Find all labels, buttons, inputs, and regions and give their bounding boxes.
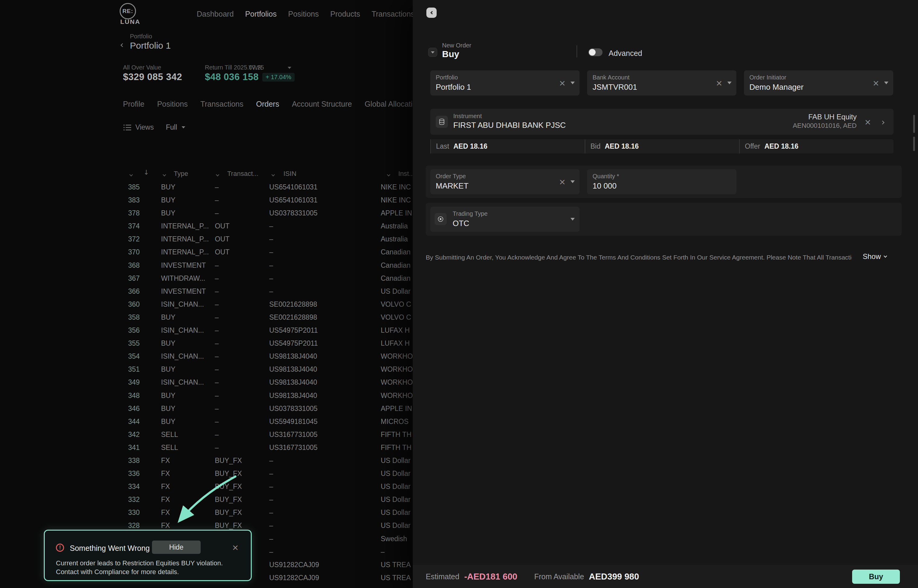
- order-row[interactable]: 338 FX BUY_FX – US Dollar: [123, 454, 413, 467]
- order-row[interactable]: 356 ISIN_CHAN... – US54975P2011 LUFAX H: [123, 324, 413, 337]
- order-transact-cell: –: [215, 337, 219, 350]
- scrollbar-thumb[interactable]: [913, 137, 915, 151]
- order-isin-cell: US91282CAJ09: [269, 558, 319, 571]
- order-row[interactable]: 366 INVESTMENT – – US Dollar: [123, 285, 413, 298]
- order-row[interactable]: 385 BUY – US6541061031 NIKE INC: [123, 181, 413, 194]
- views-dropdown-icon[interactable]: [182, 126, 185, 128]
- column-header-instrument[interactable]: Inst...: [398, 170, 413, 178]
- order-row[interactable]: 341 SELL – US3167731005 FIFTH TH: [123, 441, 413, 454]
- order-row[interactable]: 378 BUY – US0378331005 APPLE IN: [123, 207, 413, 220]
- column-menu-icon[interactable]: [272, 170, 275, 178]
- order-isin-cell: –: [269, 493, 273, 506]
- order-row[interactable]: 372 INTERNAL_P... OUT – Australia: [123, 233, 413, 246]
- order-type-cell: ISIN_CHAN...: [161, 376, 213, 389]
- chevron-down-icon[interactable]: [884, 82, 888, 84]
- order-transact-cell: –: [215, 363, 219, 376]
- order-instrument-cell: WORKHO: [381, 376, 413, 389]
- order-row[interactable]: 383 BUY – US6541061031 NIKE INC: [123, 194, 413, 207]
- order-row[interactable]: 342 SELL – US3167731005 FIFTH TH: [123, 428, 413, 441]
- all-over-value: $329 085 342: [123, 72, 182, 82]
- quantity-field[interactable]: Quantity * 10 000: [587, 169, 736, 194]
- advanced-toggle[interactable]: [588, 48, 603, 56]
- sort-direction-icon[interactable]: [144, 169, 149, 176]
- chevron-down-icon[interactable]: [571, 180, 575, 183]
- order-row[interactable]: 360 ISIN_CHAN... – SE0021628898 VOLVO C: [123, 298, 413, 311]
- order-initiator-field[interactable]: Order Initiator Demo Manager: [744, 70, 893, 95]
- nav-item[interactable]: Products: [330, 10, 360, 18]
- order-isin-cell: SE0021628898: [269, 311, 317, 324]
- order-instrument-cell: Australia: [381, 220, 413, 233]
- toast-title: Something Went Wrong: [70, 544, 150, 552]
- clear-icon[interactable]: [873, 79, 879, 87]
- order-isin-cell: US54975P2011: [269, 337, 318, 350]
- instrument-ticker: FAB UH Equity: [808, 113, 857, 121]
- order-row[interactable]: 336 FX BUY_FX – US Dollar: [123, 467, 413, 480]
- column-header-isin[interactable]: ISIN: [283, 170, 296, 178]
- clear-icon[interactable]: [559, 178, 566, 186]
- panel-back-button[interactable]: [427, 8, 436, 18]
- views-selector[interactable]: Full: [166, 123, 177, 131]
- order-row[interactable]: 349 ISIN_CHAN... – US98138J4040 WORKHO: [123, 376, 413, 389]
- order-row[interactable]: 370 INTERNAL_P... OUT – Canadian: [123, 246, 413, 258]
- order-type-field[interactable]: Order Type MARKET: [430, 169, 580, 194]
- chevron-down-icon[interactable]: [571, 218, 575, 221]
- chevron-down-icon[interactable]: [571, 82, 575, 84]
- order-row[interactable]: 374 INTERNAL_P... OUT – Australia: [123, 220, 413, 233]
- chevron-down-icon[interactable]: [727, 82, 732, 84]
- nav-item[interactable]: Transactions: [372, 10, 415, 18]
- order-row[interactable]: 344 BUY – US5949181045 MICROS: [123, 415, 413, 428]
- order-row[interactable]: 355 BUY – US54975P2011 LUFAX H: [123, 337, 413, 350]
- close-icon[interactable]: [232, 543, 239, 551]
- twr-dropdown-icon[interactable]: [288, 67, 291, 69]
- buy-button[interactable]: Buy: [852, 570, 900, 584]
- column-menu-icon[interactable]: [387, 170, 390, 178]
- tab[interactable]: Account Structure: [292, 100, 352, 108]
- nav-item[interactable]: Dashboard: [197, 10, 234, 18]
- column-header-transact[interactable]: Transact...: [227, 170, 259, 178]
- show-more-button[interactable]: Show: [863, 252, 887, 261]
- estimated-label: Estimated: [426, 572, 459, 581]
- order-row[interactable]: 332 FX BUY_FX – US Dollar: [123, 493, 413, 506]
- order-transact-cell: OUT: [215, 233, 230, 246]
- order-row[interactable]: 354 ISIN_CHAN... – US98138J4040 WORKHO: [123, 350, 413, 363]
- tab[interactable]: Positions: [157, 100, 187, 108]
- return-value: $48 036 158: [205, 72, 259, 82]
- order-row[interactable]: 348 BUY – US98138J4040 WORKHO: [123, 389, 413, 402]
- views-icon[interactable]: [123, 124, 131, 131]
- tab[interactable]: Orders: [256, 100, 279, 108]
- order-row[interactable]: 367 WITHDRAW... – – Canadian: [123, 272, 413, 285]
- order-side-dropdown-button[interactable]: [428, 48, 437, 57]
- trading-type-field[interactable]: Trading Type OTC: [430, 207, 580, 232]
- chevron-right-icon[interactable]: [881, 120, 884, 125]
- scrollbar-thumb[interactable]: [913, 115, 915, 133]
- column-menu-icon[interactable]: [163, 170, 166, 178]
- order-row[interactable]: 334 FX BUY_FX – US Dollar: [123, 480, 413, 493]
- hide-button[interactable]: Hide: [152, 541, 200, 554]
- order-row[interactable]: 368 INVESTMENT – – Canadian: [123, 259, 413, 272]
- clear-icon[interactable]: [716, 79, 722, 87]
- tab[interactable]: Global Allocation: [365, 100, 421, 108]
- nav-item[interactable]: Portfolios: [245, 10, 276, 18]
- tab[interactable]: Transactions: [200, 100, 243, 108]
- available-value: AED399 980: [589, 572, 639, 582]
- instrument-icon: [436, 116, 448, 128]
- clear-icon[interactable]: [864, 118, 871, 126]
- order-id: 341: [128, 441, 140, 454]
- order-row[interactable]: 358 BUY – SE0021628898 VOLVO C: [123, 311, 413, 324]
- nav-item[interactable]: Positions: [288, 10, 319, 18]
- bank-account-field[interactable]: Bank Account JSMTVR001: [587, 70, 736, 95]
- instrument-field[interactable]: Instrument FIRST ABU DHABI BANK PJSC FAB…: [430, 109, 894, 135]
- tab[interactable]: Profile: [123, 100, 144, 108]
- portfolio-field[interactable]: Portfolio Portfolio 1: [430, 70, 580, 95]
- order-type-cell: BUY: [161, 363, 213, 376]
- back-button[interactable]: [118, 40, 127, 50]
- order-id: 338: [128, 454, 140, 467]
- clear-icon[interactable]: [559, 79, 566, 87]
- order-row[interactable]: 346 BUY – US0378331005 APPLE IN: [123, 402, 413, 415]
- order-isin-cell: –: [269, 454, 273, 467]
- column-menu-icon[interactable]: [217, 170, 219, 178]
- collapse-rows-icon[interactable]: [130, 170, 133, 178]
- column-header-type[interactable]: Type: [174, 170, 188, 178]
- order-row[interactable]: 330 FX BUY_FX – US Dollar: [123, 506, 413, 519]
- order-row[interactable]: 351 BUY – US98138J4040 WORKHO: [123, 363, 413, 376]
